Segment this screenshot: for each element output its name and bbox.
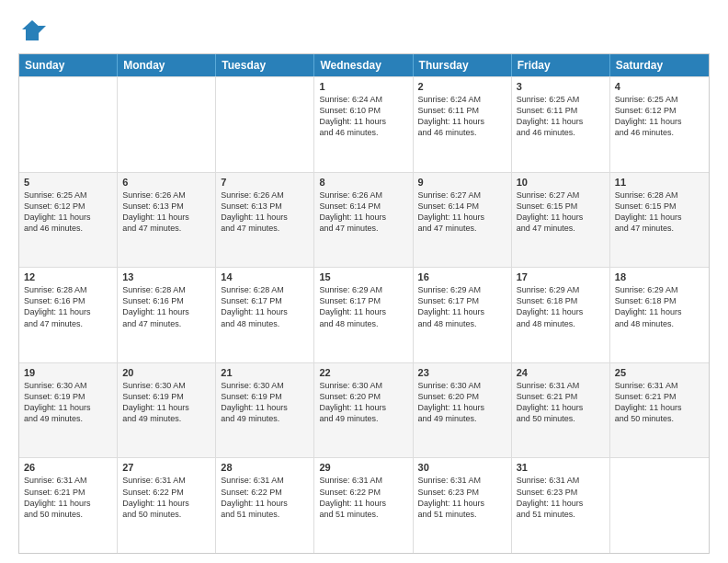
cell-line: Daylight: 11 hours: [418, 402, 506, 413]
day-number: 26: [24, 462, 112, 473]
cell-line: Sunset: 6:15 PM: [615, 201, 704, 212]
cal-cell: [216, 77, 314, 172]
cal-cell: 7Sunrise: 6:26 AMSunset: 6:13 PMDaylight…: [216, 173, 314, 268]
cell-line: Daylight: 11 hours: [122, 498, 210, 509]
cell-line: Sunset: 6:19 PM: [24, 391, 112, 402]
cell-line: Sunset: 6:14 PM: [418, 201, 506, 212]
cell-line: and 46 minutes.: [615, 127, 704, 138]
cell-line: Daylight: 11 hours: [221, 498, 309, 509]
cell-line: and 47 minutes.: [319, 223, 407, 234]
cell-line: and 51 minutes.: [517, 509, 605, 520]
header: [18, 17, 710, 44]
cell-line: Sunset: 6:21 PM: [24, 487, 112, 498]
cell-line: Daylight: 11 hours: [24, 212, 112, 223]
cell-line: and 47 minutes.: [221, 223, 309, 234]
cal-cell: 29Sunrise: 6:31 AMSunset: 6:22 PMDayligh…: [314, 458, 413, 553]
cal-cell: 6Sunrise: 6:26 AMSunset: 6:13 PMDaylight…: [118, 173, 216, 268]
day-number: 20: [122, 367, 210, 378]
cell-line: Sunrise: 6:31 AM: [319, 475, 407, 486]
cell-line: Sunset: 6:11 PM: [418, 105, 506, 116]
cal-week-5: 26Sunrise: 6:31 AMSunset: 6:21 PMDayligh…: [19, 457, 709, 553]
cell-line: and 47 minutes.: [418, 223, 506, 234]
cell-line: and 47 minutes.: [517, 223, 605, 234]
cal-cell: 3Sunrise: 6:25 AMSunset: 6:11 PMDaylight…: [512, 77, 610, 172]
cell-line: Sunset: 6:12 PM: [615, 105, 704, 116]
day-number: 5: [24, 177, 112, 188]
cal-week-3: 12Sunrise: 6:28 AMSunset: 6:16 PMDayligh…: [19, 267, 709, 362]
cell-line: Sunrise: 6:25 AM: [615, 94, 704, 105]
day-number: 16: [418, 271, 506, 282]
cell-line: Sunrise: 6:29 AM: [615, 284, 704, 295]
cal-cell: 30Sunrise: 6:31 AMSunset: 6:23 PMDayligh…: [414, 458, 512, 553]
cal-header-wednesday: Wednesday: [314, 54, 413, 76]
cell-line: Sunrise: 6:26 AM: [221, 190, 309, 201]
cell-line: Sunrise: 6:31 AM: [122, 475, 210, 486]
cal-week-1: 1Sunrise: 6:24 AMSunset: 6:10 PMDaylight…: [19, 76, 709, 172]
day-number: 2: [418, 81, 506, 92]
cell-line: and 49 minutes.: [122, 413, 210, 424]
day-number: 12: [24, 271, 112, 282]
cell-line: and 48 minutes.: [319, 318, 407, 329]
cell-line: Sunrise: 6:24 AM: [319, 94, 407, 105]
cell-line: Sunrise: 6:28 AM: [615, 190, 704, 201]
cell-line: and 49 minutes.: [24, 413, 112, 424]
day-number: 30: [418, 462, 506, 473]
cal-cell: 20Sunrise: 6:30 AMSunset: 6:19 PMDayligh…: [118, 363, 216, 458]
day-number: 7: [221, 177, 309, 188]
cal-cell: 13Sunrise: 6:28 AMSunset: 6:16 PMDayligh…: [118, 268, 216, 362]
cell-line: and 46 minutes.: [517, 127, 605, 138]
cell-line: Daylight: 11 hours: [24, 402, 112, 413]
cal-header-saturday: Saturday: [610, 54, 709, 76]
cal-cell: 25Sunrise: 6:31 AMSunset: 6:21 PMDayligh…: [610, 363, 709, 458]
cell-line: Sunset: 6:11 PM: [517, 105, 605, 116]
cell-line: and 49 minutes.: [221, 413, 309, 424]
cell-line: Sunrise: 6:27 AM: [418, 190, 506, 201]
cell-line: Sunrise: 6:27 AM: [517, 190, 605, 201]
calendar: SundayMondayTuesdayWednesdayThursdayFrid…: [18, 53, 710, 554]
cell-line: Sunset: 6:18 PM: [615, 295, 704, 306]
cell-line: Daylight: 11 hours: [615, 116, 704, 127]
cell-line: Daylight: 11 hours: [615, 306, 704, 317]
cell-line: Sunset: 6:20 PM: [418, 391, 506, 402]
cal-cell: [19, 77, 118, 172]
cell-line: Daylight: 11 hours: [517, 402, 605, 413]
cal-cell: 16Sunrise: 6:29 AMSunset: 6:17 PMDayligh…: [414, 268, 512, 362]
cell-line: Sunset: 6:22 PM: [122, 487, 210, 498]
cal-cell: 10Sunrise: 6:27 AMSunset: 6:15 PMDayligh…: [512, 173, 610, 268]
cell-line: Sunset: 6:14 PM: [319, 201, 407, 212]
cell-line: and 50 minutes.: [615, 413, 704, 424]
cell-line: Sunset: 6:16 PM: [24, 295, 112, 306]
cal-cell: 15Sunrise: 6:29 AMSunset: 6:17 PMDayligh…: [314, 268, 413, 362]
cell-line: Sunset: 6:16 PM: [122, 295, 210, 306]
day-number: 14: [221, 271, 309, 282]
cal-cell: 31Sunrise: 6:31 AMSunset: 6:23 PMDayligh…: [512, 458, 610, 553]
cell-line: Sunset: 6:19 PM: [122, 391, 210, 402]
cell-line: and 47 minutes.: [24, 318, 112, 329]
cell-line: Sunrise: 6:30 AM: [319, 380, 407, 391]
cell-line: Daylight: 11 hours: [122, 402, 210, 413]
calendar-header-row: SundayMondayTuesdayWednesdayThursdayFrid…: [19, 54, 709, 76]
day-number: 10: [517, 177, 605, 188]
cell-line: and 50 minutes.: [24, 509, 112, 520]
cal-cell: 24Sunrise: 6:31 AMSunset: 6:21 PMDayligh…: [512, 363, 610, 458]
cal-cell: 22Sunrise: 6:30 AMSunset: 6:20 PMDayligh…: [314, 363, 413, 458]
cal-cell: 28Sunrise: 6:31 AMSunset: 6:22 PMDayligh…: [216, 458, 314, 553]
cell-line: Daylight: 11 hours: [517, 498, 605, 509]
cal-cell: 17Sunrise: 6:29 AMSunset: 6:18 PMDayligh…: [512, 268, 610, 362]
cell-line: and 51 minutes.: [221, 509, 309, 520]
day-number: 13: [122, 271, 210, 282]
cell-line: Sunrise: 6:30 AM: [122, 380, 210, 391]
cal-header-friday: Friday: [512, 54, 610, 76]
day-number: 3: [517, 81, 605, 92]
cell-line: and 49 minutes.: [319, 413, 407, 424]
cell-line: and 47 minutes.: [122, 318, 210, 329]
cell-line: Sunset: 6:23 PM: [418, 487, 506, 498]
cell-line: Daylight: 11 hours: [517, 116, 605, 127]
day-number: 4: [615, 81, 704, 92]
cell-line: and 48 minutes.: [418, 318, 506, 329]
cell-line: Sunset: 6:21 PM: [615, 391, 704, 402]
day-number: 6: [122, 177, 210, 188]
cal-cell: 26Sunrise: 6:31 AMSunset: 6:21 PMDayligh…: [19, 458, 118, 553]
cal-header-tuesday: Tuesday: [216, 54, 314, 76]
cell-line: Sunrise: 6:26 AM: [122, 190, 210, 201]
